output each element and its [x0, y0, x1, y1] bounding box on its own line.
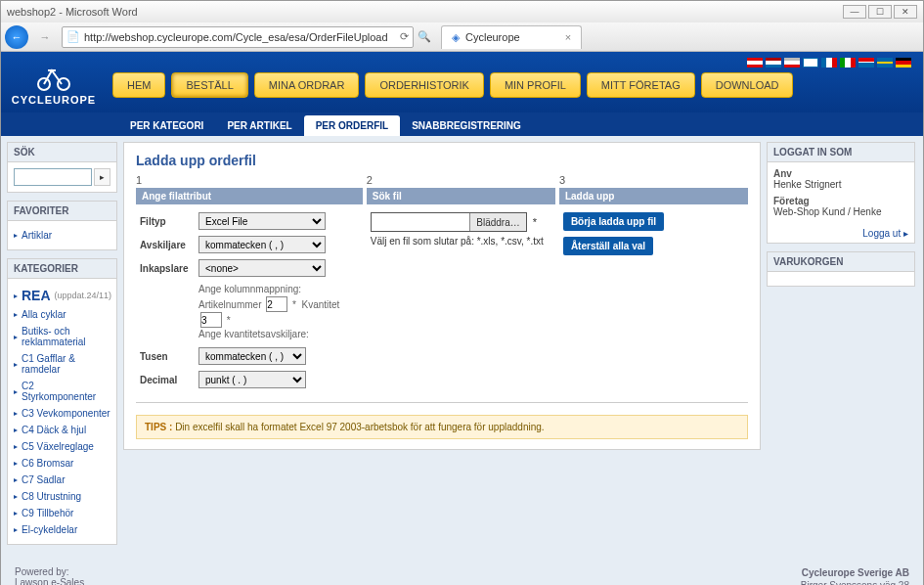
anv-label: Anv — [773, 168, 792, 179]
language-flags — [747, 58, 911, 68]
subtab-1[interactable]: PER ARTIKEL — [215, 115, 303, 136]
category-item[interactable]: Alla cyklar — [14, 306, 110, 323]
tab-favicon: ◈ — [452, 31, 460, 44]
avskiljare-select[interactable]: kommatecken ( , ) — [198, 236, 326, 253]
inkapslare-select[interactable]: <none> — [198, 259, 326, 277]
rea-note: (uppdat.24/11) — [55, 291, 112, 300]
step1-heading: Ange filattribut — [136, 188, 363, 204]
tusen-select[interactable]: kommatecken ( , ) — [198, 347, 306, 365]
flag-de[interactable] — [896, 58, 911, 68]
step1-number: 1 — [136, 174, 363, 188]
browser-back[interactable]: ← — [5, 25, 28, 49]
category-item[interactable]: C5 Växelreglage — [14, 438, 110, 455]
flag-fi[interactable] — [803, 58, 818, 68]
flag-nl[interactable] — [766, 58, 781, 68]
window-max[interactable]: ☐ — [868, 5, 892, 19]
categories-heading: KATEGORIER — [8, 259, 116, 279]
flag-en[interactable] — [784, 58, 800, 68]
tip-bar: TIPS : Din excelfil skall ha formatet Ex… — [136, 415, 748, 439]
nav-min profil[interactable]: MIN PROFIL — [490, 72, 581, 98]
footer-addr1: Birger Svenssons väg 28 — [801, 580, 909, 585]
category-item[interactable]: C4 Däck & hjul — [14, 422, 110, 438]
step2-heading: Sök fil — [367, 188, 555, 204]
page-icon: 📄 — [66, 30, 80, 43]
kvantitet-input[interactable] — [200, 312, 222, 328]
flag-dk[interactable] — [747, 58, 763, 68]
upload-button[interactable]: Börja ladda upp fil — [563, 212, 664, 231]
browse-button[interactable]: Bläddra… — [469, 213, 525, 231]
subtab-2[interactable]: PER ORDERFIL — [304, 115, 400, 136]
required-mark: * — [533, 216, 537, 228]
flag-se[interactable] — [877, 58, 893, 68]
browser-forward[interactable]: → — [32, 25, 58, 49]
cart-panel: VARUKORGEN — [767, 251, 915, 287]
flag-fr[interactable] — [821, 58, 837, 68]
footer-company: Cycleurope Sverige AB — [802, 567, 909, 578]
artikelnummer-input[interactable] — [266, 296, 287, 312]
favorites-panel: FAVORITER Artiklar — [7, 201, 117, 250]
category-item[interactable]: C8 Utrustning — [14, 488, 110, 505]
file-input[interactable]: Bläddra… — [371, 212, 527, 232]
window-close[interactable]: ✕ — [894, 5, 917, 19]
category-item[interactable]: C6 Bromsar — [14, 455, 110, 472]
subtab-3[interactable]: SNABBREGISTRERING — [400, 115, 533, 136]
step3-number: 3 — [559, 174, 748, 188]
refresh-icon[interactable]: ⟳ — [400, 30, 409, 43]
address-bar[interactable]: 📄 http://webshop.cycleurope.com/Cycle_es… — [62, 26, 414, 48]
foretag-value: Web-Shop Kund / Henke — [773, 206, 908, 217]
browser-window: webshop2 - Microsoft Word — ☐ ✕ ← → 📄 ht… — [0, 0, 924, 585]
cart-heading: VARUKORGEN — [768, 252, 914, 272]
category-item[interactable]: C9 Tillbehör — [14, 505, 110, 521]
search-icon[interactable]: 🔍 — [418, 30, 431, 43]
step3-heading: Ladda upp — [559, 188, 748, 204]
flag-it[interactable] — [840, 58, 856, 68]
subtab-0[interactable]: PER KATEGORI — [118, 115, 215, 136]
browser-tab[interactable]: ◈ Cycleurope × — [441, 25, 582, 49]
flag-no[interactable] — [858, 58, 874, 68]
anv-value: Henke Strignert — [773, 179, 908, 190]
nav-hem[interactable]: HEM — [112, 72, 165, 98]
decimal-select[interactable]: punkt ( . ) — [198, 371, 306, 388]
url-text: http://webshop.cycleurope.com/Cycle_esa/… — [84, 31, 388, 43]
category-rea[interactable]: REA (uppdat.24/11) — [14, 285, 110, 306]
search-input[interactable] — [14, 168, 92, 186]
decimal-label: Decimal — [140, 375, 198, 385]
site-logo[interactable]: CYCLEUROPE — [15, 58, 93, 112]
logout-link[interactable]: Logga ut ▸ — [862, 228, 908, 239]
category-item[interactable]: El-cykeldelar — [14, 521, 110, 538]
foretag-label: Företag — [773, 196, 810, 206]
step-2: 2 Sök fil Bläddra… * Välj en fil som slu… — [367, 174, 555, 402]
favorites-heading: FAVORITER — [8, 202, 116, 221]
rea-label: REA — [22, 288, 51, 303]
step2-number: 2 — [367, 174, 555, 188]
nav-mitt företag[interactable]: MITT FÖRETAG — [587, 72, 695, 98]
category-item[interactable]: C2 Styrkomponenter — [14, 378, 110, 405]
window-min[interactable]: — — [843, 5, 866, 19]
favorite-item[interactable]: Artiklar — [14, 227, 110, 244]
inkapslare-label: Inkapslare — [140, 263, 198, 274]
nav-mina ordrar[interactable]: MINA ORDRAR — [254, 72, 360, 98]
search-button[interactable]: ▸ — [94, 168, 110, 186]
category-item[interactable]: C7 Sadlar — [14, 472, 110, 488]
login-heading: LOGGAT IN SOM — [768, 143, 914, 162]
tusen-label: Tusen — [140, 351, 198, 362]
avskiljare-label: Avskiljare — [140, 240, 198, 250]
search-panel: SÖK ▸ — [7, 142, 117, 193]
page-title: Ladda upp orderfil — [136, 153, 748, 168]
powered-value: Lawson e-Sales — [15, 577, 84, 585]
main-nav: HEMBESTÄLLMINA ORDRARORDERHISTORIKMIN PR… — [112, 72, 793, 98]
main-content: Ladda upp orderfil 1 Ange filattribut Fi… — [123, 142, 761, 450]
category-item[interactable]: C1 Gafflar & ramdelar — [14, 350, 110, 378]
nav-download[interactable]: DOWNLOAD — [701, 72, 794, 98]
site-footer: Powered by: Lawson e-Sales |Integritetsp… — [1, 557, 923, 585]
tab-close-icon[interactable]: × — [565, 31, 571, 43]
nav-orderhistorik[interactable]: ORDERHISTORIK — [365, 72, 483, 98]
filtyp-select[interactable]: Excel File — [198, 212, 326, 230]
nav-beställ[interactable]: BESTÄLL — [171, 72, 247, 98]
site-header: CYCLEUROPE HEMBESTÄLLMINA ORDRARORDERHIS… — [1, 52, 923, 136]
category-item[interactable]: C3 Vevkomponenter — [14, 405, 110, 422]
outer-title: webshop2 - Microsoft Word — [7, 6, 138, 18]
step-3: 3 Ladda upp Börja ladda upp fil Återstäl… — [559, 174, 748, 402]
category-item[interactable]: Butiks- och reklammaterial — [14, 323, 110, 350]
reset-button[interactable]: Återställ alla val — [563, 237, 653, 255]
